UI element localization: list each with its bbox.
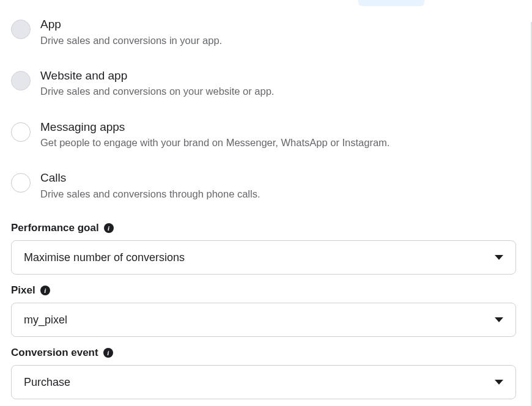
label-text: Conversion event <box>11 347 98 359</box>
chevron-down-icon <box>495 380 503 385</box>
radio-desc: Get people to engage with your brand on … <box>40 136 516 150</box>
radio-icon <box>11 122 31 142</box>
radio-title: Website and app <box>40 68 516 84</box>
radio-desc: Drive sales and conversions through phon… <box>40 187 516 201</box>
radio-text-block: Calls Drive sales and conversions throug… <box>40 171 516 201</box>
conversion-location-website-and-app[interactable]: Website and app Drive sales and conversi… <box>11 68 516 99</box>
radio-text-block: Messaging apps Get people to engage with… <box>40 120 516 150</box>
radio-icon <box>11 173 31 193</box>
radio-desc: Drive sales and conversions in your app. <box>40 34 516 48</box>
top-highlight-pill <box>358 0 424 6</box>
performance-goal-label: Performance goal i <box>11 222 516 234</box>
conversion-event-select[interactable]: Purchase <box>11 365 516 399</box>
radio-title: App <box>40 17 516 32</box>
radio-desc: Drive sales and conversions on your webs… <box>40 84 516 98</box>
pixel-field: Pixel i my_pixel <box>11 284 516 337</box>
pixel-label: Pixel i <box>11 284 516 297</box>
radio-icon <box>11 71 31 90</box>
info-icon[interactable]: i <box>40 286 50 295</box>
pixel-select[interactable]: my_pixel <box>11 303 516 337</box>
select-value: Purchase <box>24 376 70 389</box>
radio-icon <box>11 20 31 39</box>
conversion-event-field: Conversion event i Purchase <box>11 347 516 399</box>
select-value: my_pixel <box>24 314 67 327</box>
conversion-location-messaging-apps[interactable]: Messaging apps Get people to engage with… <box>11 120 516 150</box>
label-text: Performance goal <box>11 222 99 234</box>
label-text: Pixel <box>11 284 35 297</box>
conversion-location-app[interactable]: App Drive sales and conversions in your … <box>11 17 516 48</box>
radio-text-block: Website and app Drive sales and conversi… <box>40 68 516 99</box>
performance-goal-field: Performance goal i Maximise number of co… <box>11 222 516 275</box>
performance-goal-select[interactable]: Maximise number of conversions <box>11 240 516 275</box>
conversion-event-label: Conversion event i <box>11 347 516 359</box>
info-icon[interactable]: i <box>104 223 114 233</box>
info-icon[interactable]: i <box>103 348 113 358</box>
radio-title: Calls <box>40 171 516 186</box>
conversion-location-calls[interactable]: Calls Drive sales and conversions throug… <box>11 171 516 201</box>
chevron-down-icon <box>495 255 503 260</box>
chevron-down-icon <box>495 317 503 322</box>
radio-title: Messaging apps <box>40 120 516 135</box>
form-content: App Drive sales and conversions in your … <box>0 0 527 399</box>
radio-text-block: App Drive sales and conversions in your … <box>40 17 516 48</box>
select-value: Maximise number of conversions <box>24 251 185 264</box>
